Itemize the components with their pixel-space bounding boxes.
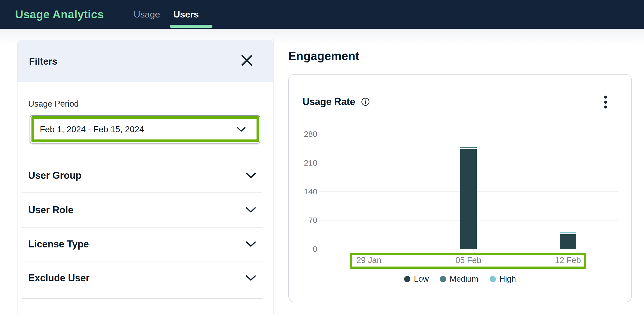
x-axis-label: 12 Feb [544,256,592,265]
filter-section-license-type[interactable]: License Type [17,229,273,259]
x-axis-label: 29 Jan [345,256,393,265]
filter-section-label: Exclude User [28,272,90,284]
usage-period-dropdown[interactable]: Feb 1, 2024 - Feb 15, 2024 [30,115,260,144]
legend-item-high[interactable]: High [490,274,516,284]
filter-section-user-group[interactable]: User Group [17,161,273,190]
chevron-down-icon [245,275,256,281]
divider [22,298,262,299]
filters-title: Filters [29,40,57,82]
divider [22,261,262,261]
tab-users[interactable]: Users [173,0,199,29]
bar-12-feb-high [560,232,576,234]
chart-legend: LowMediumHigh [289,273,631,285]
tab-usage[interactable]: Usage [134,0,160,29]
chevron-down-icon [245,172,256,179]
legend-item-low[interactable]: Low [404,274,429,284]
bar-05-feb-low [460,149,477,249]
y-axis-label: 70 [294,216,317,225]
legend-dot-icon [440,276,446,282]
engagement-heading: Engagement [288,49,359,63]
legend-label: Medium [450,274,478,284]
panel-divider-line [273,38,273,315]
y-axis-label: 140 [294,187,317,196]
x-axis-label: 05 Feb [444,256,493,265]
legend-item-medium[interactable]: Medium [440,274,478,284]
filters-header: Filters [17,40,273,82]
legend-label: Low [414,274,429,284]
filters-panel: Filters Usage Period Feb 1, 2024 - Feb 1… [17,40,273,315]
chevron-down-icon [237,127,246,132]
filter-section-exclude-user[interactable]: Exclude User [17,263,273,293]
legend-dot-icon [490,276,496,282]
filter-section-label: License Type [28,239,89,250]
bar-05-feb-medium [460,147,477,149]
filter-section-label: User Group [28,170,81,181]
y-axis-label: 210 [294,158,317,167]
y-axis-label: 280 [294,130,317,139]
page: Usage Analytics Usage Users Filters Usag… [0,0,644,315]
filter-section-label: User Role [28,204,73,216]
app-title: Usage Analytics [15,0,104,29]
close-filters-button[interactable] [240,54,254,67]
usage-rate-chart: 07014021028029 Jan05 Feb12 FebLowMediumH… [289,75,631,302]
chevron-down-icon [245,207,256,213]
divider [22,192,262,193]
bar-12-feb-low [560,234,576,249]
active-tab-underline [170,25,212,28]
divider [22,227,262,228]
usage-rate-card: Usage Rate 07014021028029 Jan05 Feb12 Fe… [288,74,632,302]
legend-label: High [499,274,516,284]
chevron-down-icon [245,241,256,247]
filter-section-user-role[interactable]: User Role [17,195,273,225]
usage-period-label: Usage Period [28,99,79,109]
legend-dot-icon [404,276,410,282]
gridline [319,134,618,134]
navbar: Usage Analytics Usage Users [0,0,644,29]
y-axis-label: 0 [294,244,317,254]
usage-period-value: Feb 1, 2024 - Feb 15, 2024 [40,124,144,134]
close-icon [240,54,254,67]
